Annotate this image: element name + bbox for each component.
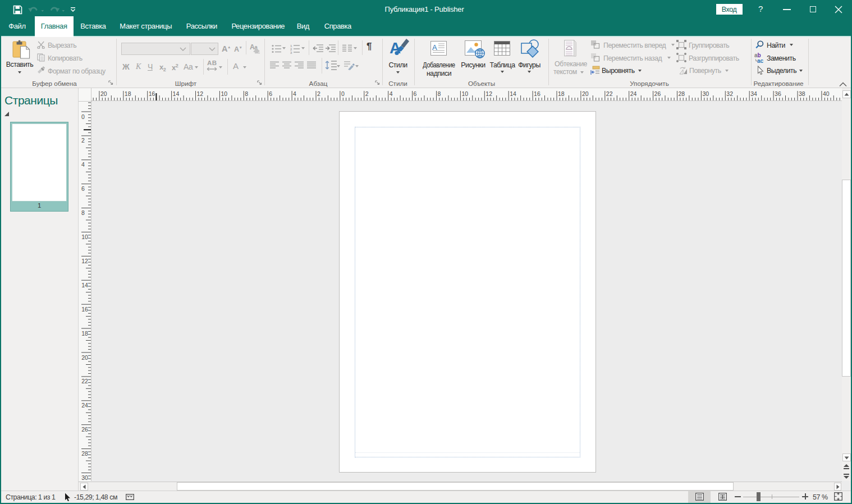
svg-text:6: 6 bbox=[414, 90, 417, 97]
svg-text:32: 32 bbox=[726, 90, 733, 97]
svg-text:26: 26 bbox=[81, 426, 88, 433]
svg-text:2: 2 bbox=[81, 137, 85, 144]
svg-text:20: 20 bbox=[100, 90, 107, 97]
svg-text:22: 22 bbox=[81, 378, 88, 384]
svg-text:38: 38 bbox=[799, 90, 805, 97]
svg-text:14: 14 bbox=[81, 282, 88, 288]
svg-text:30: 30 bbox=[81, 474, 88, 480]
svg-text:34: 34 bbox=[750, 90, 757, 97]
svg-text:2: 2 bbox=[365, 90, 369, 97]
svg-text:12: 12 bbox=[197, 90, 204, 97]
svg-text:18: 18 bbox=[558, 90, 565, 97]
svg-text:16: 16 bbox=[534, 90, 540, 97]
svg-text:20: 20 bbox=[582, 90, 589, 97]
svg-text:20: 20 bbox=[81, 354, 88, 361]
svg-text:18: 18 bbox=[125, 90, 131, 97]
svg-text:8: 8 bbox=[245, 90, 248, 97]
svg-text:6: 6 bbox=[269, 90, 272, 97]
svg-text:28: 28 bbox=[679, 90, 685, 97]
svg-text:22: 22 bbox=[606, 90, 613, 97]
svg-text:0: 0 bbox=[81, 113, 85, 120]
svg-text:8: 8 bbox=[81, 209, 85, 216]
svg-text:4: 4 bbox=[81, 161, 85, 168]
svg-text:8: 8 bbox=[438, 90, 441, 97]
svg-text:14: 14 bbox=[510, 90, 516, 97]
svg-text:28: 28 bbox=[81, 450, 88, 457]
svg-text:26: 26 bbox=[654, 90, 661, 97]
svg-text:16: 16 bbox=[149, 90, 155, 97]
svg-text:24: 24 bbox=[81, 402, 88, 409]
svg-text:4: 4 bbox=[293, 90, 296, 97]
svg-text:10: 10 bbox=[221, 90, 227, 97]
svg-text:10: 10 bbox=[81, 233, 88, 240]
svg-text:14: 14 bbox=[173, 90, 180, 97]
svg-text:36: 36 bbox=[775, 90, 781, 97]
svg-text:12: 12 bbox=[485, 90, 492, 97]
svg-text:30: 30 bbox=[702, 90, 709, 97]
svg-text:0: 0 bbox=[341, 90, 345, 97]
svg-text:18: 18 bbox=[81, 330, 88, 337]
svg-text:4: 4 bbox=[390, 90, 393, 97]
svg-text:16: 16 bbox=[81, 306, 88, 313]
svg-text:24: 24 bbox=[630, 90, 637, 97]
svg-text:12: 12 bbox=[81, 258, 88, 264]
svg-text:10: 10 bbox=[461, 90, 468, 97]
svg-text:6: 6 bbox=[81, 185, 85, 192]
svg-text:40: 40 bbox=[823, 90, 830, 97]
svg-text:2: 2 bbox=[317, 90, 320, 97]
svg-text:ac: ac bbox=[757, 58, 764, 63]
svg-text:3: 3 bbox=[290, 51, 292, 54]
